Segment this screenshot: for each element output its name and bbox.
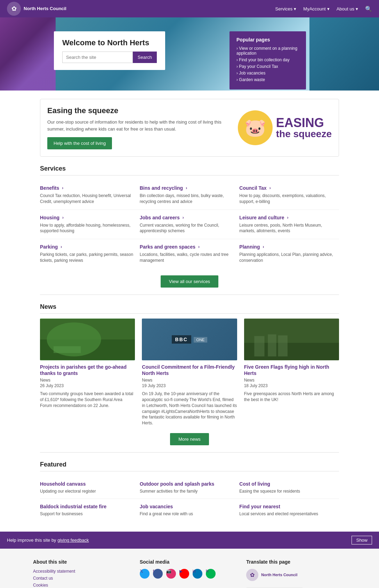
bbc-label: BBC (172, 335, 191, 344)
welcome-box: Welcome to North Herts Search (54, 31, 165, 70)
view-all-services-button[interactable]: View all our services (161, 275, 218, 288)
welcome-title: Welcome to North Herts (62, 38, 157, 47)
hero-right-image (309, 17, 379, 91)
chevron-down-icon: ▾ (294, 6, 296, 11)
service-link-housing[interactable]: Housing › (40, 215, 134, 220)
chevron-right-icon: › (62, 215, 64, 220)
news-image-2 (244, 319, 339, 360)
chevron-right-icon: › (287, 215, 288, 220)
service-link-leisure[interactable]: Leisure and culture › (239, 215, 333, 220)
search-icon[interactable]: 🔍 (365, 6, 372, 12)
nav-myaccount[interactable]: MyAccount ▾ (303, 6, 329, 11)
service-item-council-tax: Council Tax › How to pay, discounts, exe… (239, 180, 339, 210)
popular-link-bin[interactable]: Find your bin collection day (236, 57, 299, 62)
service-desc-parking: Parking tickets, car parks, parking perm… (40, 252, 134, 264)
featured-link-3[interactable]: Baldock industrial estate fire (40, 504, 106, 509)
news-item-2: Five Green Flags flying high in North He… (244, 319, 339, 426)
featured-link-0[interactable]: Household canvass (40, 481, 86, 487)
facebook-icon[interactable]: f (153, 569, 163, 579)
divider-2 (40, 452, 339, 453)
news-image-1: BBC ONE (142, 319, 237, 360)
featured-link-4[interactable]: Job vacancies (140, 504, 173, 509)
view-all-services-wrap: View all our services (40, 275, 339, 288)
popular-pages-box: Popular pages View or comment on a plann… (229, 31, 306, 89)
more-news-button[interactable]: More news (170, 433, 209, 445)
svg-rect-8 (254, 336, 264, 356)
service-link-jobs[interactable]: Jobs and careers › (140, 215, 234, 220)
service-link-parks[interactable]: Parks and green spaces › (140, 244, 234, 250)
featured-item-5: Find your nearest Local services and ele… (239, 499, 339, 521)
footer-social-title: Social media (140, 559, 240, 565)
logo-area[interactable]: ✿ North Herts Council (7, 2, 66, 16)
featured-item-3: Baldock industrial estate fire Support f… (40, 499, 140, 521)
service-link-parking[interactable]: Parking › (40, 244, 134, 250)
svg-text:✿: ✿ (250, 572, 255, 578)
service-link-council-tax[interactable]: Council Tax › (239, 185, 333, 191)
featured-desc-4: Find a great new role with us (140, 511, 234, 516)
service-item-parking: Parking › Parking tickets, car parks, pa… (40, 239, 140, 268)
service-link-planning[interactable]: Planning › (239, 244, 333, 250)
featured-link-1[interactable]: Outdoor pools and splash parks (140, 481, 215, 487)
featured-item-1: Outdoor pools and splash parks Summer ac… (140, 476, 240, 499)
news-link-1[interactable]: Council Commitment for a Film-Friendly N… (142, 364, 235, 376)
piggy-icon: 🐷 (238, 110, 273, 145)
footer-about-title: About this site (33, 559, 133, 565)
popular-link-jobs[interactable]: Job vacancies (236, 71, 299, 76)
nav-about[interactable]: About us ▾ (337, 6, 358, 11)
news-category-1: News (142, 378, 237, 383)
service-desc-housing: How to apply, affordable housing, homele… (40, 222, 134, 234)
easing-button[interactable]: Help with the cost of living (47, 137, 112, 149)
news-link-2[interactable]: Five Green Flags flying high in North He… (244, 364, 329, 376)
news-item-0: Projects in parishes get the go-ahead th… (40, 319, 135, 426)
north-herts-logo-icon: ✿ (7, 2, 21, 16)
footer: About this site Accessibility statement … (0, 549, 379, 588)
instagram-icon[interactable]: 📷 (166, 569, 176, 579)
svg-text:✿: ✿ (11, 5, 17, 12)
featured-link-2[interactable]: Cost of living (239, 481, 270, 487)
featured-desc-0: Updating our electoral register (40, 489, 134, 494)
feedback-link[interactable]: giving feedback (57, 538, 89, 543)
news-excerpt-1: On 19 July, the 10-year anniversary of t… (142, 391, 237, 426)
search-form: Search (62, 52, 157, 63)
news-date-0: 26 July 2023 (40, 383, 135, 388)
nav-services[interactable]: Services ▾ (275, 6, 297, 11)
news-item-1: BBC ONE Council Commitment for a Film-Fr… (142, 319, 237, 426)
chevron-right-icon: › (198, 244, 200, 249)
show-button[interactable]: Show (352, 536, 372, 544)
service-item-jobs: Jobs and careers › Current vacancies, wo… (140, 210, 240, 240)
footer-link-accessibility[interactable]: Accessibility statement (33, 569, 133, 574)
nextdoor-icon[interactable]: N (206, 569, 216, 579)
featured-item-0: Household canvass Updating our electoral… (40, 476, 140, 499)
linkedin-icon[interactable]: in (193, 569, 202, 579)
footer-link-contact[interactable]: Contact us (33, 576, 133, 581)
service-link-bins[interactable]: Bins and recycling › (140, 185, 234, 191)
chevron-right-icon: › (183, 215, 184, 220)
popular-link-planning[interactable]: View or comment on a planning applicatio… (236, 46, 299, 56)
news-excerpt-0: Two community groups have been awarded a… (40, 391, 135, 408)
search-button[interactable]: Search (133, 52, 157, 63)
youtube-icon[interactable]: ▶ (179, 569, 189, 579)
featured-link-5[interactable]: Find your nearest (239, 504, 280, 509)
more-news-wrap: More news (40, 433, 339, 445)
news-link-0[interactable]: Projects in parishes get the go-ahead th… (40, 364, 127, 376)
divider (40, 295, 339, 295)
featured-desc-3: Support for businesses (40, 511, 134, 516)
news-title-2: Five Green Flags flying high in North He… (244, 364, 339, 376)
chevron-right-icon: › (62, 186, 63, 190)
easing-description: Our one-stop source of information for r… (47, 119, 231, 132)
footer-link-cookies[interactable]: Cookies (33, 583, 133, 588)
popular-link-garden[interactable]: Garden waste (236, 77, 299, 82)
search-input[interactable] (62, 52, 133, 63)
service-item-housing: Housing › How to apply, affordable housi… (40, 210, 140, 240)
feedback-bar: Help improve this site by giving feedbac… (0, 532, 379, 549)
twitter-icon[interactable]: 𝕏 (140, 569, 150, 579)
service-link-benefits[interactable]: Benefits › (40, 185, 134, 191)
social-icons-row: 𝕏 f 📷 ▶ in N (140, 569, 240, 581)
popular-link-council-tax[interactable]: Pay your Council Tax (236, 64, 299, 69)
hero-left-image (0, 17, 56, 91)
svg-rect-5 (54, 346, 81, 353)
main-content: Easing the squeeze Our one-stop source o… (33, 99, 346, 521)
news-title-0: Projects in parishes get the go-ahead th… (40, 364, 135, 376)
news-date-1: 19 July 2023 (142, 383, 237, 388)
news-grid: Projects in parishes get the go-ahead th… (40, 319, 339, 426)
